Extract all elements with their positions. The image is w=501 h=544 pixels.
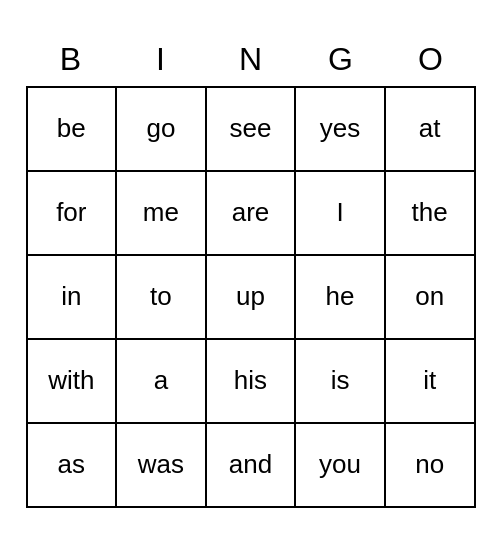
bingo-cell-4-1: was	[117, 424, 207, 506]
bingo-cell-2-3: he	[296, 256, 386, 338]
header-letter-b: B	[26, 37, 116, 82]
bingo-cell-0-3: yes	[296, 88, 386, 170]
header-letter-g: G	[296, 37, 386, 82]
bingo-row-1: formeareIthe	[28, 172, 474, 256]
bingo-cell-3-3: is	[296, 340, 386, 422]
bingo-cell-0-4: at	[386, 88, 474, 170]
header-letter-o: O	[386, 37, 476, 82]
bingo-cell-4-3: you	[296, 424, 386, 506]
bingo-header: BINGO	[26, 37, 476, 82]
bingo-row-3: withahisisit	[28, 340, 474, 424]
header-letter-i: I	[116, 37, 206, 82]
bingo-cell-4-2: and	[207, 424, 297, 506]
bingo-cell-0-1: go	[117, 88, 207, 170]
bingo-row-4: aswasandyouno	[28, 424, 474, 506]
bingo-cell-1-1: me	[117, 172, 207, 254]
bingo-cell-1-0: for	[28, 172, 118, 254]
bingo-cell-4-0: as	[28, 424, 118, 506]
bingo-cell-0-0: be	[28, 88, 118, 170]
bingo-cell-2-0: in	[28, 256, 118, 338]
bingo-row-2: intoupheon	[28, 256, 474, 340]
bingo-row-0: begoseeyesat	[28, 88, 474, 172]
bingo-grid: begoseeyesatformeareItheintoupheonwithah…	[26, 86, 476, 508]
bingo-cell-0-2: see	[207, 88, 297, 170]
bingo-cell-3-1: a	[117, 340, 207, 422]
bingo-cell-3-4: it	[386, 340, 474, 422]
bingo-card: BINGO begoseeyesatformeareItheintoupheon…	[26, 37, 476, 508]
bingo-cell-1-3: I	[296, 172, 386, 254]
bingo-cell-3-2: his	[207, 340, 297, 422]
header-letter-n: N	[206, 37, 296, 82]
bingo-cell-2-1: to	[117, 256, 207, 338]
bingo-cell-1-2: are	[207, 172, 297, 254]
bingo-cell-2-4: on	[386, 256, 474, 338]
bingo-cell-1-4: the	[386, 172, 474, 254]
bingo-cell-4-4: no	[386, 424, 474, 506]
bingo-cell-2-2: up	[207, 256, 297, 338]
bingo-cell-3-0: with	[28, 340, 118, 422]
